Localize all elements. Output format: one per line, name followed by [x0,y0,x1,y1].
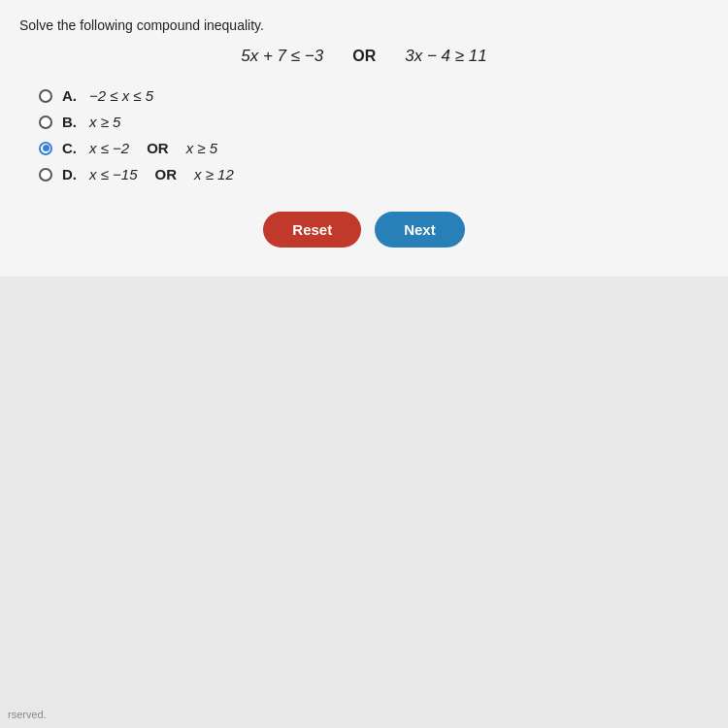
option-label-d: D. [62,166,80,182]
option-text-c1: x ≤ −2 [89,140,129,156]
equation-connector: OR [352,48,376,65]
equation-row: 5x + 7 ≤ −3 OR 3x − 4 ≥ 11 [19,47,709,66]
next-button[interactable]: Next [375,212,465,248]
question-area: Solve the following compound inequality.… [0,0,728,277]
page-wrapper: Solve the following compound inequality.… [0,0,728,728]
reset-button[interactable]: Reset [263,212,361,248]
instruction-text: Solve the following compound inequality. [19,17,709,33]
option-item-a[interactable]: A. −2 ≤ x ≤ 5 [39,87,709,104]
option-text-c2: x ≥ 5 [186,140,217,156]
radio-d[interactable] [39,168,52,182]
option-label-c: C. [62,140,80,156]
option-text-b: x ≥ 5 [89,114,120,130]
equation-right: 3x − 4 ≥ 11 [405,47,486,66]
footer-text: rserved. [8,709,47,720]
equation-left: 5x + 7 ≤ −3 [241,47,323,66]
radio-c[interactable] [39,142,52,155]
option-label-b: B. [62,114,80,130]
radio-a[interactable] [39,89,52,103]
buttons-row: Reset Next [19,212,709,248]
option-item-d[interactable]: D. x ≤ −15 OR x ≥ 12 [39,166,709,182]
option-text-a: −2 ≤ x ≤ 5 [89,87,153,104]
radio-b[interactable] [39,116,52,129]
option-text-d1: x ≤ −15 [89,166,138,182]
option-item-b[interactable]: B. x ≥ 5 [39,114,709,130]
option-d-connector: OR [155,166,178,182]
option-label-a: A. [62,87,80,104]
option-item-c[interactable]: C. x ≤ −2 OR x ≥ 5 [39,140,709,156]
options-list: A. −2 ≤ x ≤ 5 B. x ≥ 5 C. x ≤ −2 OR x ≥ … [19,87,709,182]
option-c-connector: OR [147,140,169,156]
option-text-d2: x ≥ 12 [194,166,234,182]
